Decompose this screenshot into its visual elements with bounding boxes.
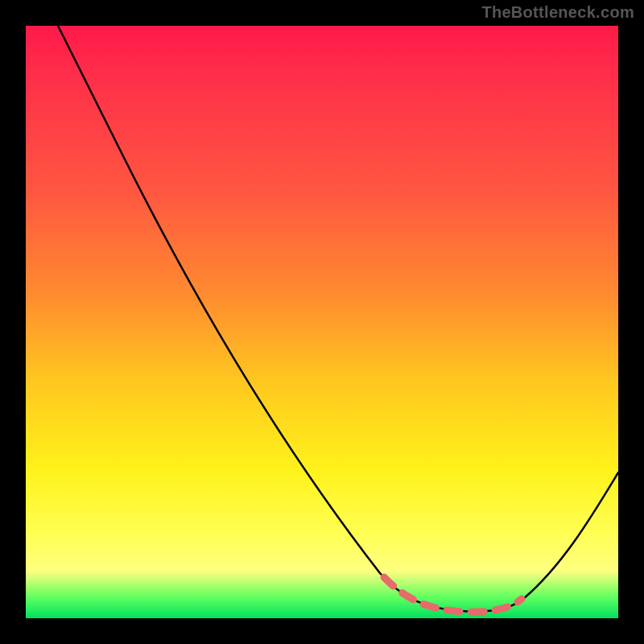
watermark-text: TheBottleneck.com	[481, 3, 634, 22]
plot-area	[26, 26, 618, 618]
optimal-zone-marker	[384, 577, 522, 612]
bottleneck-curve-svg	[26, 26, 618, 618]
chart-container: TheBottleneck.com	[0, 0, 644, 644]
bottleneck-curve-line	[58, 26, 618, 612]
